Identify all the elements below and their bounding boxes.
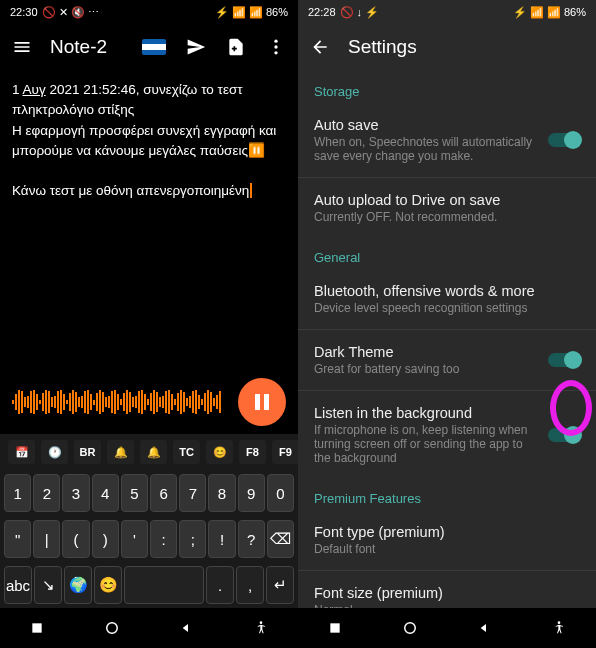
- send-icon[interactable]: [186, 37, 206, 57]
- setting-autosave[interactable]: Auto saveWhen on, Speechnotes will autom…: [298, 105, 596, 175]
- key-⌫[interactable]: ⌫: [267, 520, 294, 558]
- svg-point-2: [274, 51, 277, 54]
- status-bar: 22:28 🚫 ↓ ⚡ ⚡ 📶 📶 86%: [298, 0, 596, 24]
- key-🌍[interactable]: 🌍: [64, 566, 92, 604]
- settings-bar: Settings: [298, 24, 596, 70]
- tb-f9[interactable]: F9: [272, 440, 298, 464]
- keyboard-toolbar: 📅 🕐 BR 🔔 🔔 TC 😊 F8 F9 F1: [0, 434, 298, 470]
- nav-back[interactable]: [176, 618, 196, 638]
- key-2[interactable]: 2: [33, 474, 60, 512]
- setting-dark[interactable]: Dark ThemeGreat for battery saving too: [298, 332, 596, 388]
- battery: 86%: [564, 6, 586, 18]
- setting-upload[interactable]: Auto upload to Drive on saveCurrently OF…: [298, 180, 596, 236]
- nav-access[interactable]: [251, 618, 271, 638]
- nav-back[interactable]: [474, 618, 494, 638]
- setting-listen[interactable]: Listen in the backgroundIf microphone is…: [298, 393, 596, 477]
- tb-cal[interactable]: 📅: [8, 440, 35, 464]
- toggle-listen[interactable]: [548, 428, 580, 442]
- nav-access[interactable]: [549, 618, 569, 638]
- nav-bar: [298, 608, 596, 648]
- flag-greek-icon[interactable]: [142, 39, 166, 55]
- key-😊[interactable]: 😊: [94, 566, 122, 604]
- nav-home[interactable]: [102, 618, 122, 638]
- status-time: 22:28: [308, 6, 336, 18]
- key-)[interactable]: ): [92, 520, 119, 558]
- tb-f8[interactable]: F8: [239, 440, 266, 464]
- pause-icon: [255, 394, 269, 410]
- svg-point-8: [557, 621, 560, 624]
- key-?[interactable]: ?: [238, 520, 265, 558]
- note-editor[interactable]: 1 Αυγ 2021 21:52:46, συνεχίζω το τεστ πλ…: [0, 70, 298, 370]
- tb-br[interactable]: BR: [74, 440, 101, 464]
- record-area: document.write(Array.from({length:70},(_…: [0, 370, 298, 434]
- svg-point-5: [259, 621, 262, 624]
- svg-rect-6: [331, 623, 340, 632]
- nav-recent[interactable]: [325, 618, 345, 638]
- key-1[interactable]: 1: [4, 474, 31, 512]
- status-icons-right: ⚡ 📶 📶: [215, 6, 263, 19]
- keyboard: 📅 🕐 BR 🔔 🔔 TC 😊 F8 F9 F1 1234567890 "|()…: [0, 434, 298, 608]
- setting-bluetooth[interactable]: Bluetooth, offensive words & moreDevice …: [298, 271, 596, 327]
- key-↘[interactable]: ↘: [34, 566, 62, 604]
- app-bar: Note-2: [0, 24, 298, 70]
- svg-point-0: [274, 40, 277, 43]
- svg-point-7: [405, 623, 416, 634]
- status-icons-left: 🚫 ↓ ⚡: [340, 6, 380, 19]
- key-:[interactable]: :: [150, 520, 177, 558]
- section-general: General: [298, 236, 596, 271]
- add-file-icon[interactable]: [226, 37, 246, 57]
- key-;[interactable]: ;: [179, 520, 206, 558]
- key-3[interactable]: 3: [62, 474, 89, 512]
- toggle-autosave[interactable]: [548, 133, 580, 147]
- phone-right: 22:28 🚫 ↓ ⚡ ⚡ 📶 📶 86% Settings Storage A…: [298, 0, 596, 648]
- nav-home[interactable]: [400, 618, 420, 638]
- toggle-dark[interactable]: [548, 353, 580, 367]
- phone-left: 22:30 🚫 ✕ 🔇 ⋯ ⚡ 📶 📶 86% Note-2 1 Αυγ 202…: [0, 0, 298, 648]
- key-"[interactable]: ": [4, 520, 31, 558]
- more-icon[interactable]: [266, 37, 286, 57]
- key-7[interactable]: 7: [179, 474, 206, 512]
- key-abc[interactable]: abc: [4, 566, 32, 604]
- status-time: 22:30: [10, 6, 38, 18]
- setting-font[interactable]: Font type (premium)Default font: [298, 512, 596, 568]
- pause-button[interactable]: [238, 378, 286, 426]
- svg-rect-3: [33, 623, 42, 632]
- waveform: document.write(Array.from({length:70},(_…: [12, 387, 226, 417]
- svg-point-4: [107, 623, 118, 634]
- key-4[interactable]: 4: [92, 474, 119, 512]
- settings-title: Settings: [348, 36, 584, 58]
- status-icons-left: 🚫 ✕ 🔇 ⋯: [42, 6, 99, 19]
- key-5[interactable]: 5: [121, 474, 148, 512]
- key-|[interactable]: |: [33, 520, 60, 558]
- key-␣[interactable]: [124, 566, 204, 604]
- menu-icon[interactable]: [12, 37, 32, 57]
- tb-emoji[interactable]: 😊: [206, 440, 233, 464]
- key-0[interactable]: 0: [267, 474, 294, 512]
- nav-recent[interactable]: [27, 618, 47, 638]
- note-title: Note-2: [50, 36, 124, 58]
- section-premium: Premium Features: [298, 477, 596, 512]
- key-'[interactable]: ': [121, 520, 148, 558]
- key-,[interactable]: ,: [236, 566, 264, 604]
- key-8[interactable]: 8: [208, 474, 235, 512]
- status-icons-right: ⚡ 📶 📶: [513, 6, 561, 19]
- status-bar: 22:30 🚫 ✕ 🔇 ⋯ ⚡ 📶 📶 86%: [0, 0, 298, 24]
- battery: 86%: [266, 6, 288, 18]
- tb-clock[interactable]: 🕐: [41, 440, 68, 464]
- tb-tc[interactable]: TC: [173, 440, 200, 464]
- key-6[interactable]: 6: [150, 474, 177, 512]
- tb-bell1[interactable]: 🔔: [107, 440, 134, 464]
- key-([interactable]: (: [62, 520, 89, 558]
- tb-bell2[interactable]: 🔔: [140, 440, 167, 464]
- key-9[interactable]: 9: [238, 474, 265, 512]
- key-↵[interactable]: ↵: [266, 566, 294, 604]
- back-icon[interactable]: [310, 37, 330, 57]
- svg-point-1: [274, 45, 277, 48]
- nav-bar: [0, 608, 298, 648]
- section-storage: Storage: [298, 70, 596, 105]
- key-![interactable]: !: [208, 520, 235, 558]
- setting-size[interactable]: Font size (premium)Normal: [298, 573, 596, 608]
- settings-list[interactable]: Storage Auto saveWhen on, Speechnotes wi…: [298, 70, 596, 608]
- key-.[interactable]: .: [206, 566, 234, 604]
